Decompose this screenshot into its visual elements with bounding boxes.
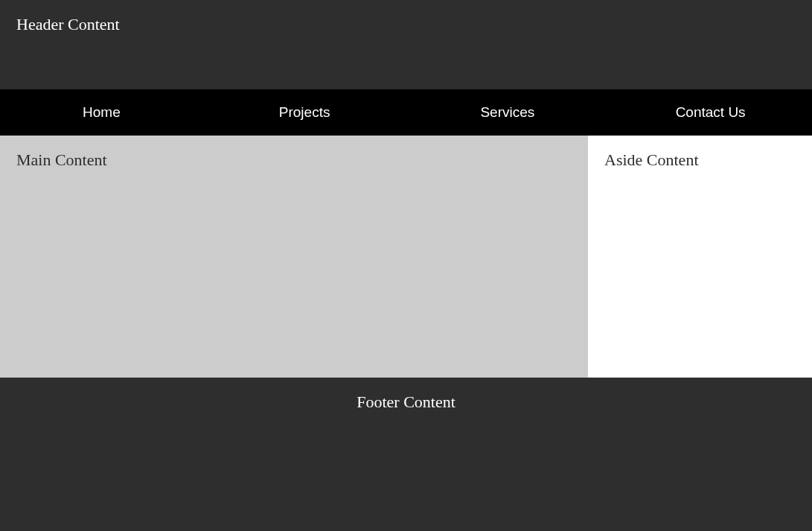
nav-link-home[interactable]: Home [0, 89, 203, 136]
main-nav: Home Projects Services Contact Us [0, 89, 812, 136]
nav-link-services[interactable]: Services [406, 89, 610, 136]
main-content: Main Content [0, 136, 588, 378]
page-header: Header Content [0, 0, 812, 89]
nav-link-label: Projects [279, 104, 330, 121]
aside-title: Aside Content [604, 150, 699, 169]
header-title: Header Content [16, 15, 120, 34]
nav-link-label: Services [480, 104, 534, 121]
nav-link-projects[interactable]: Projects [203, 89, 406, 136]
footer-title: Footer Content [357, 392, 455, 411]
aside-content: Aside Content [588, 136, 812, 378]
nav-link-label: Home [83, 104, 121, 121]
page-footer: Footer Content [0, 378, 812, 531]
nav-link-contact[interactable]: Contact Us [609, 89, 812, 136]
nav-link-label: Contact Us [676, 104, 746, 121]
main-title: Main Content [16, 150, 107, 169]
